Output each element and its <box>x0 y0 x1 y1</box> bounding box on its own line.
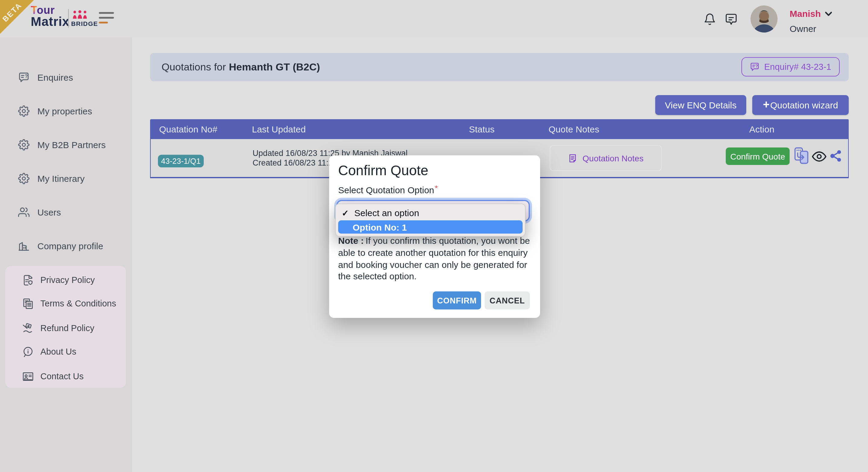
sidebar-item-enquires[interactable]: ? Enquires <box>0 67 132 87</box>
sidebar-item-company-profile[interactable]: Company profile <box>0 236 132 255</box>
sidebar-item-label: Terms & Conditions <box>40 299 116 308</box>
gear-icon <box>18 105 30 116</box>
page-header-bar: Quotations for Hemanth GT (B2C) ? Enquir… <box>150 53 849 81</box>
note-prefix: Note : <box>338 235 364 246</box>
top-bar: BETA Tour Matrix BRIDGE <box>0 0 868 37</box>
contact-card-icon <box>22 371 34 382</box>
svg-text:?: ? <box>25 73 28 78</box>
page-title-name: Hemanth GT (B2C) <box>229 61 320 73</box>
users-icon <box>18 206 30 217</box>
dropdown-option-option-no-1[interactable]: Option No: 1 <box>338 221 523 234</box>
confirm-quote-button[interactable]: Confirm Quote <box>726 147 789 165</box>
select-label-text: Select Quotation Option <box>338 185 434 195</box>
sidebar-item-label: My properties <box>37 106 92 116</box>
sidebar-item-users[interactable]: Users <box>0 202 132 222</box>
modal-note-text: Note :If you confirm this quotation, you… <box>338 235 532 282</box>
sidebar-item-label: Privacy Policy <box>40 275 95 285</box>
sidebar-item-label: Users <box>37 207 61 217</box>
bridge-people-icon <box>72 10 88 19</box>
gear-icon <box>18 139 30 150</box>
sidebar-item-terms-conditions[interactable]: Terms & Conditions <box>5 294 126 313</box>
column-header-quotation-no: Quatation No# <box>159 124 217 134</box>
enquiry-number-label: Enquiry# 43-23-1 <box>764 62 832 72</box>
gear-icon <box>18 172 30 184</box>
page-title-prefix: Quotations for <box>161 61 226 73</box>
quotation-wizard-button[interactable]: + Quotation wizard <box>752 95 849 115</box>
modal-title: Confirm Quote <box>338 163 428 179</box>
hamburger-menu-icon[interactable] <box>99 12 114 24</box>
chat-question-icon: ? <box>750 62 760 72</box>
quotation-notes-button[interactable]: Quotation Notes <box>550 145 662 171</box>
sidebar-item-contact-us[interactable]: Contact Us <box>5 367 126 386</box>
quotation-number-badge: 43-23-1/Q1 <box>158 155 204 167</box>
chevron-down-icon <box>825 11 832 16</box>
note-document-icon <box>568 153 578 163</box>
notifications-bell-icon[interactable] <box>704 13 716 26</box>
cancel-button[interactable]: CANCEL <box>485 292 530 309</box>
chat-question-icon: ? <box>18 71 30 83</box>
view-enq-details-label: View ENQ Details <box>665 100 737 110</box>
user-avatar[interactable] <box>750 5 778 33</box>
sidebar: ? Enquires My properties My B2B Partners <box>0 37 132 472</box>
refund-hand-icon <box>22 323 34 334</box>
logo-matrix: Matrix <box>31 14 70 29</box>
check-icon: ✓ <box>342 208 349 217</box>
plus-icon: + <box>763 98 770 111</box>
dropdown-option-label: Select an option <box>354 208 419 218</box>
row-created-text: Created 16/08/23 11:24 <box>253 158 338 167</box>
confirm-button[interactable]: CONFIRM <box>433 292 481 309</box>
sidebar-item-refund-policy[interactable]: Refund Policy <box>5 318 126 338</box>
logo-bridge: BRIDGE <box>71 20 98 27</box>
svg-text:?: ? <box>755 64 758 68</box>
quotation-wizard-label: Quotation wizard <box>770 100 838 110</box>
column-header-status: Status <box>469 124 495 134</box>
sidebar-item-label: Enquires <box>37 72 73 82</box>
sidebar-item-label: Company profile <box>37 240 103 251</box>
logo-divider <box>68 9 69 28</box>
sidebar-item-about-us[interactable]: About Us <box>5 342 126 361</box>
company-icon <box>18 240 30 251</box>
sidebar-item-label: Contact Us <box>40 371 84 381</box>
info-bubble-icon <box>22 346 34 357</box>
sidebar-item-label: My Itinerary <box>37 173 85 183</box>
view-enq-details-button[interactable]: View ENQ Details <box>655 95 746 115</box>
sidebar-item-label: My B2B Partners <box>37 139 106 149</box>
select-dropdown-menu: ✓ Select an option Option No: 1 <box>335 203 526 237</box>
dropdown-option-label: Option No: 1 <box>352 222 407 232</box>
beta-label: BETA <box>1 1 24 24</box>
page-title: Quotations for Hemanth GT (B2C) <box>161 53 320 81</box>
duplicate-quotation-icon[interactable] <box>793 147 809 164</box>
sidebar-item-label: Refund Policy <box>40 323 94 333</box>
sidebar-item-my-itinerary[interactable]: My Itinerary <box>0 169 132 188</box>
sidebar-item-b2b-partners[interactable]: My B2B Partners <box>0 135 132 154</box>
sidebar-item-label: About Us <box>40 347 76 357</box>
user-menu[interactable]: Manish <box>789 8 832 19</box>
column-header-last-updated: Last Updated <box>252 124 306 134</box>
quotations-table-header: Quatation No# Last Updated Status Quote … <box>150 119 849 139</box>
column-header-action: Action <box>749 124 774 134</box>
quotation-notes-label: Quotation Notes <box>583 153 644 163</box>
select-quotation-option-label: Select Quotation Option* <box>338 185 438 195</box>
sidebar-footer-panel: Privacy Policy Terms & Conditions Refund… <box>5 266 126 388</box>
user-name-label: Manish <box>789 8 821 19</box>
dropdown-option-select-an-option[interactable]: ✓ Select an option <box>336 206 525 220</box>
required-asterisk: * <box>435 183 438 193</box>
enquiry-number-button[interactable]: ? Enquiry# 43-23-1 <box>741 57 840 76</box>
view-quotation-eye-icon[interactable] <box>812 151 827 162</box>
confirm-quote-modal: Confirm Quote Select Quotation Option* ✓… <box>329 155 540 318</box>
user-role-label: Owner <box>789 24 816 34</box>
app-root: BETA Tour Matrix BRIDGE <box>0 0 868 472</box>
note-body: If you confirm this quotation, you wont … <box>338 235 530 281</box>
column-header-quote-notes: Quote Notes <box>549 124 599 134</box>
messages-chat-icon[interactable] <box>724 13 738 26</box>
sidebar-item-my-properties[interactable]: My properties <box>0 101 132 121</box>
documents-icon <box>22 298 34 309</box>
sidebar-item-privacy-policy[interactable]: Privacy Policy <box>5 270 126 290</box>
doc-shield-icon <box>22 274 34 286</box>
share-quotation-icon[interactable] <box>830 149 843 163</box>
